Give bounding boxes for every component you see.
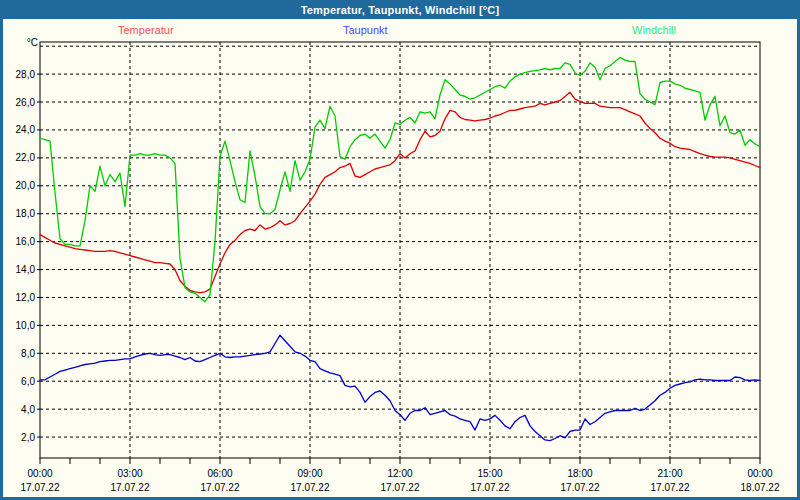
y-tick-label: 10,0 xyxy=(16,320,36,331)
x-tick-date-label: 17.07.22 xyxy=(201,482,240,493)
x-tick-date-label: 17.07.22 xyxy=(651,482,690,493)
x-tick-time-label: 00:00 xyxy=(27,468,52,479)
weather-chart-window: Temperatur, Taupunkt, Windchill [°C] Tem… xyxy=(0,0,800,500)
y-tick-label: 18,0 xyxy=(16,208,36,219)
x-tick-date-label: 18.07.22 xyxy=(741,482,780,493)
legend-windchill: Windchill xyxy=(632,24,676,36)
y-tick-label: 22,0 xyxy=(16,152,36,163)
y-tick-label: 14,0 xyxy=(16,264,36,275)
y-tick-label: 20,0 xyxy=(16,180,36,191)
series-line-taupunkt xyxy=(40,335,760,440)
x-tick-time-label: 18:00 xyxy=(567,468,592,479)
y-tick-label: 28,0 xyxy=(16,69,36,80)
y-tick-label: 2,0 xyxy=(21,432,35,443)
x-tick-time-label: 12:00 xyxy=(387,468,412,479)
x-tick-date-label: 17.07.22 xyxy=(381,482,420,493)
title-bar: Temperatur, Taupunkt, Windchill [°C] xyxy=(0,0,800,19)
y-tick-label: 4,0 xyxy=(21,404,35,415)
y-tick-label: 6,0 xyxy=(21,376,35,387)
x-tick-date-label: 17.07.22 xyxy=(291,482,330,493)
x-tick-date-label: 17.07.22 xyxy=(21,482,60,493)
x-tick-time-label: 15:00 xyxy=(477,468,502,479)
chart-title: Temperatur, Taupunkt, Windchill [°C] xyxy=(301,4,500,16)
legend-temperatur: Temperatur xyxy=(118,24,174,36)
y-tick-label: 26,0 xyxy=(16,97,36,108)
y-tick-label: 12,0 xyxy=(16,292,36,303)
x-tick-date-label: 17.07.22 xyxy=(471,482,510,493)
x-tick-date-label: 17.07.22 xyxy=(561,482,600,493)
x-tick-time-label: 21:00 xyxy=(657,468,682,479)
x-tick-time-label: 03:00 xyxy=(117,468,142,479)
y-tick-label: 8,0 xyxy=(21,348,35,359)
y-axis-unit-label: °C xyxy=(14,37,38,48)
legend-taupunkt: Taupunkt xyxy=(343,24,388,36)
x-tick-time-label: 06:00 xyxy=(207,468,232,479)
y-tick-label: 24,0 xyxy=(16,124,36,135)
chart-plot-area: 28,026,024,022,020,018,016,014,012,010,0… xyxy=(0,0,800,500)
x-tick-time-label: 09:00 xyxy=(297,468,322,479)
x-tick-time-label: 00:00 xyxy=(747,468,772,479)
x-tick-date-label: 17.07.22 xyxy=(111,482,150,493)
y-tick-label: 16,0 xyxy=(16,236,36,247)
